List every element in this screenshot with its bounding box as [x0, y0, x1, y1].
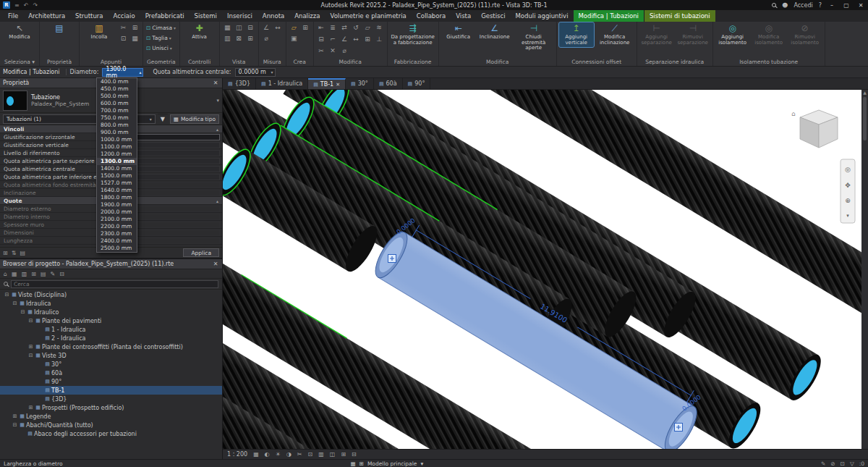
expander-icon[interactable] [20, 309, 26, 315]
modify-tool-icon[interactable]: ⌀ [339, 46, 350, 56]
property-value-field[interactable] [124, 222, 220, 228]
create-assembly-icon[interactable]: ▣ [289, 33, 299, 43]
diameter-option[interactable]: 2400.0 mm [97, 237, 137, 245]
browser-search-input[interactable] [11, 280, 218, 288]
collapse-section-icon[interactable]: ▴ [216, 127, 218, 132]
property-value-field[interactable] [124, 158, 220, 164]
worksets-icon[interactable]: ▦ [351, 460, 356, 467]
analytical-model-icon[interactable]: ⊞ [341, 451, 346, 458]
property-value-field[interactable] [124, 190, 220, 196]
view-tab[interactable]: ▤ 30° ✕ [346, 78, 374, 89]
ribbon-tab[interactable]: Architettura [23, 10, 70, 22]
diameter-option[interactable]: 2200.0 mm [97, 223, 137, 230]
redo-icon[interactable]: ↷ [33, 2, 38, 9]
diameter-option[interactable]: 900.0 mm [97, 129, 137, 136]
ribbon-tab[interactable]: Acciaio [108, 10, 140, 22]
settings-icon[interactable]: ▤ [20, 250, 25, 256]
close-icon[interactable]: ✕ [212, 261, 219, 267]
active-model-label[interactable]: Modello principale [367, 460, 417, 467]
hidden-window-icon[interactable]: ◫ [234, 22, 244, 33]
diameter-option[interactable]: 1500.0 mm [97, 172, 137, 180]
pan-icon[interactable]: ✥ [845, 182, 851, 189]
sun-path-icon[interactable]: ☀ [276, 451, 281, 458]
home-icon[interactable]: ⌂ [4, 271, 7, 277]
view-tab[interactable]: ▤ {3D} ✕ [223, 78, 256, 89]
diameter-option[interactable]: 1400.0 mm [97, 165, 137, 172]
expander-icon[interactable] [27, 344, 34, 350]
group-label[interactable]: Seleziona ▾ [2, 58, 37, 66]
modify-tool-icon[interactable]: ⇤ [316, 22, 327, 33]
view-tab[interactable]: ▤ 60à ✕ [374, 78, 403, 89]
geometry-tool[interactable]: ⊡ Taglia ▾ [145, 33, 177, 43]
close-icon[interactable]: ✕ [212, 80, 219, 86]
diameter-option[interactable]: 1000.0 mm [97, 136, 137, 143]
section-icon[interactable]: ⊟ [245, 22, 256, 33]
property-value-field[interactable] [124, 237, 220, 244]
modify-tool-icon[interactable]: ≣ [328, 22, 339, 33]
diameter-option[interactable]: 1200.0 mm [97, 151, 137, 158]
temporary-hide-icon[interactable]: ▥ [318, 451, 324, 458]
property-value-field[interactable] [124, 166, 220, 172]
tree-item[interactable]: TB-1 [0, 386, 222, 395]
exclude-options-icon[interactable]: ⊘ [830, 460, 835, 467]
tree-item[interactable]: 1 - Idraulica [0, 325, 222, 334]
modify-tool-icon[interactable]: ✕ [328, 46, 339, 56]
tree-item[interactable]: 60à [0, 369, 222, 377]
tree-item[interactable]: Piante dei pavimenti [0, 316, 222, 325]
activate-button[interactable]: ✚ Attiva [182, 22, 217, 42]
scroll-up-icon[interactable]: ▲ [863, 90, 867, 95]
expander-icon[interactable] [27, 353, 34, 358]
modify-tool-icon[interactable]: ⊥ [374, 34, 385, 44]
property-value-field[interactable] [124, 174, 220, 180]
tree-item[interactable]: Piante dei controsoffitti (Pianta dei co… [0, 342, 222, 351]
press-drag-icon[interactable]: ⊡ [841, 460, 845, 467]
design-to-fabrication-button[interactable]: ⇶ Da progettazione a fabbricazione [390, 22, 436, 47]
user-icon[interactable]: ☻ [782, 2, 788, 9]
filter-icon[interactable]: ▽ [850, 460, 854, 467]
tree-item[interactable]: Legende [0, 412, 222, 421]
ribbon-tab[interactable]: Inserisci [222, 10, 258, 22]
shadows-icon[interactable]: ◑ [286, 451, 292, 458]
close-button[interactable]: ✕ [856, 2, 865, 9]
view-tab[interactable]: ▤ TB-1 ✕ [308, 78, 346, 89]
modify-slope-button[interactable]: ⟋ Modifica inclinazione [595, 22, 634, 47]
property-value-field[interactable] [124, 182, 220, 188]
create-group-icon[interactable]: ⊞ [300, 22, 311, 33]
sheets-icon[interactable]: ▥ [22, 271, 27, 277]
diameter-option[interactable]: 1300.0 mm [97, 158, 137, 165]
diameter-option[interactable]: 1900.0 mm [97, 201, 137, 209]
aligned-dim-icon[interactable]: ⌀ [261, 33, 272, 43]
visual-style-icon[interactable]: ◐ [265, 451, 270, 458]
vertical-scrollbar[interactable]: ▲ [861, 90, 868, 449]
ribbon-tab[interactable]: Gestisci [476, 10, 510, 22]
maximize-button[interactable]: ▢ [842, 2, 851, 9]
copy-icon[interactable]: ⊞ [129, 22, 140, 33]
expander-icon[interactable] [12, 300, 18, 306]
edit-type-button[interactable]: ▦ Modifica tipo [170, 114, 219, 124]
tree-item[interactable]: {3D} [0, 395, 222, 403]
modify-tool-icon[interactable]: ✂ [316, 46, 327, 56]
geometry-tool[interactable]: ⊡ Unisci ▾ [145, 43, 177, 53]
modify-tool-icon[interactable]: ⌐ [328, 34, 339, 44]
geometry-tool[interactable]: ⊡ Cimasa ▾ [145, 22, 177, 33]
view-tab[interactable]: ▤ 90° ✕ [403, 78, 431, 89]
ribbon-tab[interactable]: Vista [451, 10, 476, 22]
tree-item[interactable]: Idraulico [0, 308, 222, 316]
property-value-field[interactable] [124, 150, 220, 156]
tree-item[interactable]: 90° [0, 377, 222, 386]
edit-filter-icon[interactable]: ▼ [158, 114, 168, 125]
measure-icon[interactable]: ∠ [261, 22, 272, 33]
views-icon[interactable]: ▦ [12, 271, 17, 277]
scale-button[interactable]: 1 : 200 [227, 451, 247, 458]
diameter-option[interactable]: 700.0 mm [97, 107, 137, 114]
constraints-icon[interactable]: ⊟ [352, 451, 357, 458]
justify-button[interactable]: ⇤ Giustifica [441, 22, 476, 42]
tree-item[interactable]: Abaco degli accessori per tubazioni [0, 429, 222, 438]
diameter-option[interactable]: 450.0 mm [97, 85, 137, 93]
tree-item[interactable]: Prospetti (Prospetto edificio) [0, 403, 222, 412]
help-icon[interactable]: ? [819, 2, 822, 9]
close-hidden-icon[interactable]: ⊠ [234, 33, 244, 43]
modify-button[interactable]: ↖ Modifica [2, 22, 37, 42]
ribbon-tab[interactable]: Analizza [289, 10, 325, 22]
tree-item[interactable]: Idraulica [0, 299, 222, 308]
